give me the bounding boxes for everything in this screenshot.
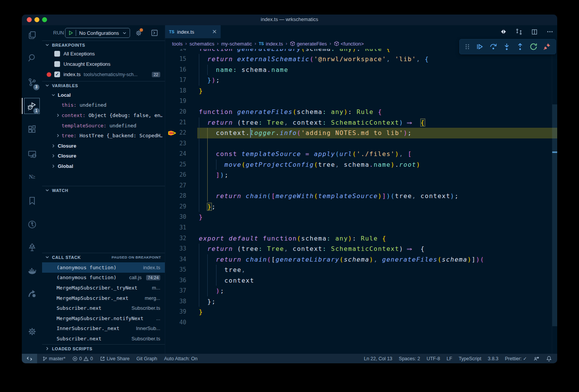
- breadcrumb-item[interactable]: my-schematic: [221, 41, 252, 47]
- scrollbar[interactable]: [552, 104, 557, 326]
- status-git-branch[interactable]: master*: [42, 356, 65, 361]
- status-feedback[interactable]: [533, 356, 540, 362]
- code-line-40: 40: [165, 317, 557, 328]
- scope-row[interactable]: Global: [42, 161, 165, 171]
- code-area[interactable]: 14function generateLibrary(schema: any):…: [165, 44, 557, 354]
- status-encoding[interactable]: UTF-8: [426, 356, 440, 361]
- frame-line-badge: 74:24: [146, 275, 160, 280]
- variable-row[interactable]: this: undefined: [42, 100, 165, 111]
- close-traffic-light[interactable]: [27, 17, 32, 22]
- activity-extensions[interactable]: [22, 120, 42, 138]
- call-stack-frame[interactable]: MergeMapSubscriber._tryNextm...: [42, 283, 165, 293]
- line-number: 37: [165, 286, 186, 296]
- activity-search[interactable]: [22, 49, 42, 67]
- call-stack-frame[interactable]: Subscriber.nextSubscriber.ts: [42, 333, 165, 344]
- close-icon[interactable]: ✕: [212, 28, 217, 35]
- activity-testing[interactable]: [22, 238, 42, 257]
- activity-run-debug[interactable]: 1: [22, 97, 42, 115]
- variable-row[interactable]: tree: HostTree {_backend: ScopedH…: [42, 130, 165, 141]
- activity-bar: 31N≥: [22, 25, 42, 354]
- remote-indicator[interactable]: [22, 354, 37, 363]
- line-number: 29: [165, 202, 186, 212]
- activity-settings[interactable]: [22, 322, 42, 341]
- status-ts-version[interactable]: 3.8.3: [488, 356, 498, 361]
- status-git-graph[interactable]: Git Graph: [137, 356, 157, 361]
- call-stack-frame[interactable]: MergeMapSubscriber.notifyNext...: [42, 313, 165, 324]
- split-editor-icon[interactable]: [531, 29, 538, 35]
- breakpoint-label: All Exceptions: [63, 51, 95, 57]
- debug-grip-button[interactable]: [464, 43, 470, 50]
- line-number: 23: [165, 138, 186, 149]
- breakpoint-row[interactable]: ✓index.tstools/schematics/my-sch...22: [42, 69, 165, 80]
- activity-deploy[interactable]: [22, 285, 42, 303]
- code-line-31: 31: [165, 223, 557, 233]
- line-number: 16: [165, 65, 186, 75]
- activity-source-control[interactable]: 3: [22, 73, 42, 91]
- activity-gitlens[interactable]: [22, 215, 42, 234]
- debug-restart-button[interactable]: [529, 42, 538, 51]
- variable-row[interactable]: context: Object {debug: false, en…: [42, 110, 165, 120]
- section-variables[interactable]: VARIABLES: [42, 81, 165, 89]
- start-debug-icon[interactable]: [68, 30, 73, 36]
- breakpoint-row[interactable]: Uncaught Exceptions: [42, 59, 165, 69]
- section-loaded-scripts[interactable]: LOADED SCRIPTS: [42, 344, 165, 353]
- status-indentation[interactable]: Spaces: 2: [399, 356, 420, 361]
- debug-console-button[interactable]: [149, 28, 160, 38]
- scope-row[interactable]: Closure: [42, 151, 165, 161]
- scope-row[interactable]: Closure: [42, 141, 165, 151]
- section-call-stack[interactable]: CALL STACKPAUSED ON BREAKPOINT: [42, 253, 165, 261]
- debug-continue-button[interactable]: [475, 42, 484, 51]
- more-actions-icon[interactable]: [546, 28, 553, 35]
- status-notifications[interactable]: [546, 356, 552, 361]
- status-live-share[interactable]: Live Share: [100, 356, 130, 361]
- code-line-20: 20function generateFiles(schema: any): R…: [165, 107, 557, 117]
- status-prettier[interactable]: Prettier: ✓: [505, 356, 527, 361]
- breadcrumb-item[interactable]: <function>: [334, 41, 364, 47]
- live-share-icon: [100, 356, 105, 361]
- breadcrumb-item[interactable]: tools: [172, 41, 182, 47]
- section-watch[interactable]: WATCH: [42, 186, 165, 194]
- minimize-traffic-light[interactable]: [34, 17, 39, 22]
- code-line-18: 18}: [165, 86, 557, 96]
- status-eol[interactable]: LF: [447, 356, 452, 361]
- debug-disconnect-button[interactable]: [543, 42, 551, 51]
- zoom-traffic-light[interactable]: [42, 17, 47, 22]
- debug-settings-gear[interactable]: [133, 28, 144, 38]
- variable-row[interactable]: templateSource: undefined: [42, 120, 165, 131]
- breakpoint-checkbox[interactable]: ✓: [54, 72, 60, 77]
- activity-nx-console[interactable]: N≥: [22, 168, 42, 186]
- call-stack-frame[interactable]: Subscriber.nextSubscriber.ts: [42, 303, 165, 313]
- activity-bookmarks[interactable]: [22, 192, 42, 210]
- symbol-icon: [290, 41, 295, 46]
- breadcrumb-item[interactable]: schematics: [189, 41, 214, 47]
- call-stack-frame[interactable]: InnerSubscriber._nextInnerSub...: [42, 324, 165, 334]
- status-auto-attach[interactable]: Auto Attach: On: [164, 356, 198, 361]
- debug-step-into-button[interactable]: [503, 42, 511, 51]
- section-breakpoints[interactable]: BREAKPOINTS: [42, 41, 165, 49]
- breakpoint-checkbox[interactable]: [54, 51, 60, 57]
- run-label: RUN: [53, 30, 64, 36]
- call-stack-frame[interactable]: MergeMapSubscriber._nextmerg...: [42, 293, 165, 303]
- activity-remote-explorer[interactable]: [22, 145, 42, 163]
- open-changes-icon[interactable]: [500, 29, 507, 35]
- breadcrumb-item[interactable]: TSindex.ts: [259, 41, 283, 47]
- config-dropdown[interactable]: No Configurations: [65, 28, 130, 38]
- debug-step-out-button[interactable]: [516, 42, 524, 51]
- tab-index-ts[interactable]: TS index.ts ✕: [165, 25, 221, 38]
- error-icon: [72, 356, 78, 361]
- debug-step-over-button[interactable]: [489, 42, 498, 51]
- compare-changes-icon[interactable]: [516, 28, 522, 35]
- status-cursor-position[interactable]: Ln 22, Col 13: [364, 356, 392, 361]
- breakpoint-row[interactable]: All Exceptions: [42, 49, 165, 59]
- call-stack-frame[interactable]: (anonymous function)index.ts: [42, 262, 165, 273]
- scope-row[interactable]: Local: [42, 90, 165, 100]
- status-problems[interactable]: 00: [72, 356, 93, 361]
- activity-explorer[interactable]: [22, 26, 42, 44]
- activity-docker[interactable]: [22, 262, 42, 280]
- breakpoint-checkbox[interactable]: [54, 61, 60, 67]
- status-language-mode[interactable]: TypeScript: [459, 356, 481, 361]
- line-number: 38: [165, 296, 186, 307]
- call-stack-frame[interactable]: (anonymous function)call.js74:24: [42, 273, 165, 283]
- breadcrumb-item[interactable]: generateFiles: [290, 41, 327, 47]
- line-number: 40: [165, 317, 186, 328]
